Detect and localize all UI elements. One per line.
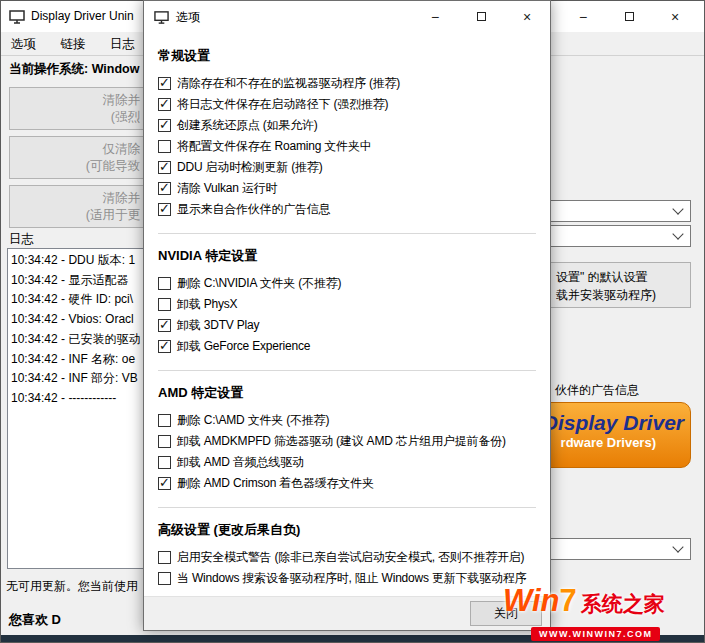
button-label: 仅清除 <box>103 141 141 158</box>
current-os-label: 当前操作系统: Window <box>9 61 139 78</box>
button-label: 清除并 <box>103 92 141 109</box>
section-divider <box>158 233 536 234</box>
button-label: 清除并 <box>103 190 141 207</box>
checkbox-label: 将日志文件保存在启动路径下 (强烈推荐) <box>177 96 388 113</box>
button-sublabel: (可能导致 <box>86 158 140 175</box>
options-dialog-icon <box>154 10 170 26</box>
chevron-down-icon <box>672 228 683 239</box>
log-entry: 10:34:42 - DDU 版本: 1 <box>11 251 143 271</box>
watermark-win-text: Win <box>503 583 560 618</box>
dialog-title: 选项 <box>176 1 200 33</box>
dialog-footer: 关闭 <box>144 596 550 630</box>
app-icon <box>9 9 25 25</box>
partner-ad-text: 伙伴的广告信息 <box>555 382 639 399</box>
info-text: 设置" 的默认设置 <box>556 269 648 286</box>
maximize-icon <box>625 12 634 21</box>
log-entry: 10:34:42 - 显示适配器 <box>11 271 143 291</box>
checkbox[interactable] <box>158 161 171 174</box>
checkbox-row[interactable]: DDU 启动时检测更新 (推荐) <box>158 157 536 178</box>
watermark-seven-text: 7 <box>560 583 577 618</box>
checkbox-label: 清除存在和不存在的监视器驱动程序 (推荐) <box>177 75 400 92</box>
section-header-general: 常规设置 <box>158 47 536 65</box>
log-listbox[interactable]: 10:34:42 - DDU 版本: 1 10:34:42 - 显示适配器 10… <box>7 248 144 569</box>
checkbox[interactable] <box>158 414 171 427</box>
checkbox-row[interactable]: 卸载 3DTV Play <box>158 315 536 336</box>
section-header-amd: AMD 特定设置 <box>158 384 536 402</box>
watermark-cn-text: 系统之家 <box>581 592 665 615</box>
chevron-down-icon <box>672 541 683 552</box>
checkbox-row[interactable]: 删除 AMD Crimson 着色器缓存文件夹 <box>158 473 536 494</box>
checkbox-row[interactable]: 创建系统还原点 (如果允许) <box>158 115 536 136</box>
checkbox-row[interactable]: 卸载 AMDKMPFD 筛选器驱动 (建议 AMD 芯片组用户提前备份) <box>158 431 536 452</box>
checkbox-label: 将配置文件保存在 Roaming 文件夹中 <box>177 138 372 155</box>
checkbox[interactable] <box>158 203 171 216</box>
checkbox[interactable] <box>158 119 171 132</box>
clean-restart-button[interactable]: 清除并 (强烈 <box>9 87 144 130</box>
checkbox-row[interactable]: 删除 C:\AMD 文件夹 (不推荐) <box>158 410 536 431</box>
checkbox-label: 卸载 3DTV Play <box>177 317 259 334</box>
close-button[interactable]: × <box>652 1 698 32</box>
dialog-minimize-button[interactable]: − <box>412 1 458 32</box>
log-entry: 10:34:42 - 已安装的驱动 <box>11 330 143 350</box>
section-header-nvidia: NVIDIA 特定设置 <box>158 247 536 265</box>
checkbox[interactable] <box>158 98 171 111</box>
main-window-controls: − × <box>560 1 698 32</box>
checkbox[interactable] <box>158 319 171 332</box>
dialog-content: 常规设置 清除存在和不存在的监视器驱动程序 (推荐) 将日志文件保存在启动路径下… <box>144 35 550 596</box>
log-entry: 10:34:42 - 硬件 ID: pci\ <box>11 290 143 310</box>
menu-item-links[interactable]: 链接 <box>50 32 95 57</box>
checkbox-label: 删除 AMD Crimson 着色器缓存文件夹 <box>177 475 374 492</box>
log-entry: 10:34:42 - INF 部分: VB <box>11 369 143 389</box>
minimize-button[interactable]: − <box>560 1 606 32</box>
checkbox-label: DDU 启动时检测更新 (推荐) <box>177 159 322 176</box>
dialog-close-x-button[interactable]: × <box>504 1 550 32</box>
checkbox-row[interactable]: 卸载 PhysX <box>158 294 536 315</box>
checkbox[interactable] <box>158 572 171 585</box>
checkbox-row[interactable]: 清除 Vulkan 运行时 <box>158 178 536 199</box>
checkbox[interactable] <box>158 182 171 195</box>
watermark-url: WWW.WINWIN7.COM <box>531 627 660 641</box>
checkbox-row[interactable]: 卸载 AMD 音频总线驱动 <box>158 452 536 473</box>
checkbox-label: 启用安全模式警告 (除非已亲自尝试启动安全模式, 否则不推荐开启) <box>177 549 524 566</box>
chevron-down-icon <box>672 203 683 214</box>
dialog-window-controls: − × <box>412 1 550 32</box>
checkbox[interactable] <box>158 140 171 153</box>
checkbox-label: 卸载 PhysX <box>177 296 237 313</box>
dialog-maximize-button[interactable] <box>458 1 504 32</box>
log-section-label: 日志 <box>9 231 34 248</box>
checkbox[interactable] <box>158 551 171 564</box>
checkbox-row[interactable]: 卸载 GeForce Experience <box>158 336 536 357</box>
checkbox-row[interactable]: 显示来自合作伙伴的广告信息 <box>158 199 536 220</box>
checkbox-row[interactable]: 清除存在和不存在的监视器驱动程序 (推荐) <box>158 73 536 94</box>
checkbox-label: 当 Windows 搜索设备驱动程序时, 阻止 Windows 更新下载驱动程序 <box>177 570 526 587</box>
log-entry: 10:34:42 - INF 名称: oe <box>11 350 143 370</box>
checkbox[interactable] <box>158 277 171 290</box>
clean-shutdown-button[interactable]: 清除并 (适用于更 <box>9 185 144 228</box>
button-sublabel: (强烈 <box>111 109 140 126</box>
checkbox[interactable] <box>158 298 171 311</box>
checkbox[interactable] <box>158 435 171 448</box>
checkbox-row[interactable]: 将配置文件保存在 Roaming 文件夹中 <box>158 136 536 157</box>
checkbox-label: 卸载 AMDKMPFD 筛选器驱动 (建议 AMD 芯片组用户提前备份) <box>177 433 506 450</box>
winwin7-watermark: Win7系统之家 WWW.WINWIN7.COM <box>503 584 703 641</box>
menu-item-options[interactable]: 选项 <box>1 32 46 57</box>
checkbox-label: 删除 C:\NVIDIA 文件夹 (不推荐) <box>177 275 341 292</box>
button-sublabel: (适用于更 <box>86 207 140 224</box>
checkbox-row[interactable]: 将日志文件保存在启动路径下 (强烈推荐) <box>158 94 536 115</box>
checkbox-row[interactable]: 启用安全模式警告 (除非已亲自尝试启动安全模式, 否则不推荐开启) <box>158 547 536 568</box>
checkbox-label: 卸载 AMD 音频总线驱动 <box>177 454 304 471</box>
checkbox-row[interactable]: 删除 C:\NVIDIA 文件夹 (不推荐) <box>158 273 536 294</box>
update-status-text: 无可用更新。您当前使用 <box>6 578 138 595</box>
menu-item-log[interactable]: 日志 <box>100 32 145 57</box>
dialog-titlebar: 选项 − × <box>144 1 550 33</box>
checkbox[interactable] <box>158 340 171 353</box>
checkbox[interactable] <box>158 477 171 490</box>
log-entry: 10:34:42 - ------------ <box>11 389 143 409</box>
clean-only-button[interactable]: 仅清除 (可能导致 <box>9 136 144 179</box>
maximize-button[interactable] <box>606 1 652 32</box>
checkbox-row[interactable]: 当 Windows 搜索设备驱动程序时, 阻止 Windows 更新下载驱动程序 <box>158 568 536 589</box>
log-entry: 10:34:42 - Vbios: Oracl <box>11 310 143 330</box>
like-ddu-text: 您喜欢 D <box>9 611 61 629</box>
checkbox[interactable] <box>158 456 171 469</box>
checkbox[interactable] <box>158 77 171 90</box>
